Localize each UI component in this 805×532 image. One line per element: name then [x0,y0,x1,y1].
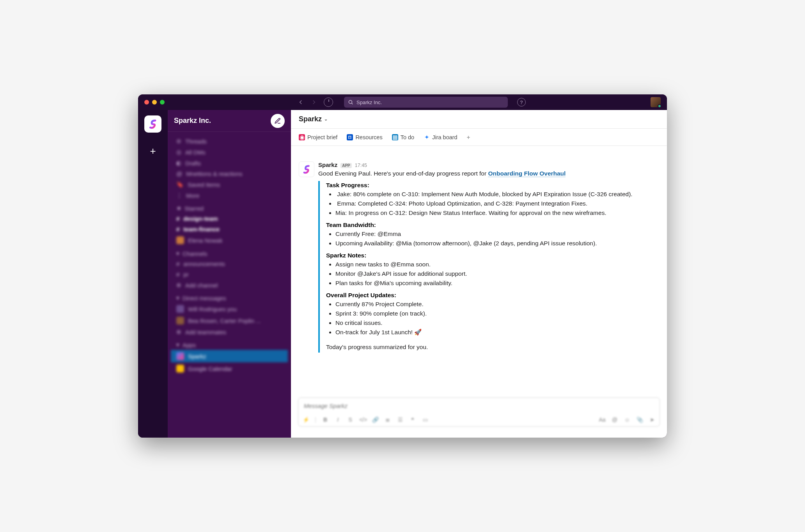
ul-button[interactable]: ☰ [397,417,404,423]
bold-button[interactable]: B [322,417,329,423]
channel-header: Sparkz ⌄ [291,110,667,129]
search-value: Sparkz Inc. [356,99,382,105]
mention-emma[interactable]: @Emma [390,261,414,268]
forward-button[interactable] [310,99,317,106]
section-notes: Sparkz Notes: [326,252,659,259]
task-item: Jake: 80% complete on C-310: Implement N… [335,190,659,199]
add-workspace-button[interactable]: + [150,145,156,157]
sidebar-item[interactable]: # pr [171,269,288,280]
note-item: Plan tasks for @Mia's upcoming availabil… [335,278,659,288]
link-c312[interactable]: C-312: Design New Status Interface [387,209,486,216]
tab-project-brief[interactable]: ◉Project brief [299,134,337,140]
sidebar-item[interactable]: @ Mnettions & reactions [171,168,288,179]
sidebar-section-dms[interactable]: ▾ Direct messages [171,291,288,303]
mention-mia[interactable]: @Mia [396,240,412,246]
sidebar-item[interactable]: Will Rodrigues you [171,303,288,315]
strike-button[interactable]: S [347,417,354,423]
ol-button[interactable]: ≣ [384,417,391,423]
dropbox-icon: ⧈ [347,134,353,140]
channel-name-button[interactable]: Sparkz ⌄ [299,115,328,123]
sidebar-item[interactable]: Bea Rosen, Carter Poplin ... [171,315,288,326]
composer-toolbar: ⚡ | B I S </> 🔗 ≣ ☰ ❝ ▭ Aa [298,414,660,426]
update-item: On-track for July 1st Launch! 🚀 [335,328,659,337]
sidebar-item-sparkz[interactable]: Sparkz [171,350,288,362]
link-button[interactable]: 🔗 [372,417,379,423]
brief-icon: ◉ [299,134,305,140]
main-content: Sparkz ⌄ ◉Project brief ⧈Resources ▦To d… [291,110,667,438]
sidebar-item[interactable]: ⊜ Threads [171,136,288,147]
send-button[interactable]: ➤ [649,417,656,423]
link-c324[interactable]: C-324: Photo Upload Optimization [389,200,481,207]
tab-todo[interactable]: ▦To do [392,134,414,140]
jira-icon: ✦ [424,134,430,140]
message-timestamp: 17:45 [355,163,367,168]
channel-tabs: ◉Project brief ⧈Resources ▦To do ✦Jira b… [291,129,667,146]
workspace-logo[interactable] [144,115,161,133]
compose-button[interactable] [271,114,285,128]
code-button[interactable]: </> [359,417,366,423]
mention-jake[interactable]: @Jake [357,270,376,277]
link-c310[interactable]: C-310: Implement New Auth Module [402,191,499,197]
sidebar-item[interactable]: Elena Nowak [171,234,288,246]
sidebar-item[interactable]: ◐ Drafts [171,158,288,168]
sidebar-section-apps[interactable]: ▾ Apps [171,337,288,350]
maximize-window-icon[interactable] [160,100,165,105]
link-onboarding-flow[interactable]: Onboarding Flow Overhaul [488,170,566,177]
codeblock-button[interactable]: ▭ [422,417,429,423]
message-body: Sparkz APP 17:45 Good Evening Paul. Here… [318,161,659,353]
help-button[interactable]: ? [517,98,526,106]
note-item: Monitor @Jake's API issue for additional… [335,269,659,278]
message-composer[interactable]: ⚡ | B I S </> 🔗 ≣ ☰ ❝ ▭ Aa [298,397,660,427]
section-task-progress: Task Progress: [326,182,659,189]
link-c326[interactable]: C-326 [590,191,607,197]
add-tab-button[interactable]: + [467,134,470,140]
format-toggle-icon[interactable]: Aa [599,417,606,423]
sidebar-item[interactable]: # announcements [171,259,288,269]
quote-button[interactable]: ❝ [409,417,416,423]
app-window: Sparkz Inc. ? + Sparkz Inc. ⊜ Threads [138,94,667,438]
task-item: Emma: Completed C-324: Photo Upload Opti… [335,199,659,208]
svg-point-0 [349,100,352,103]
back-button[interactable] [297,99,304,106]
workspace-rail: + [138,110,168,438]
window-controls [144,100,165,105]
sidebar-item[interactable]: ◎ All DMs [171,147,288,158]
history-button[interactable] [324,98,333,107]
italic-button[interactable]: I [334,417,341,423]
message-sender[interactable]: Sparkz [318,161,337,168]
composer-input[interactable] [298,398,660,414]
message-text: Good Evening Paul. Here's your end-of-da… [318,169,659,178]
sidebar-item[interactable]: ⊕ Add channel [171,280,288,291]
app-badge: APP [340,163,352,168]
mention-mia[interactable]: @Mia [374,280,390,286]
close-window-icon[interactable] [144,100,149,105]
minimize-window-icon[interactable] [152,100,157,105]
history-nav [297,98,333,107]
search-input[interactable]: Sparkz Inc. [344,97,508,108]
link-c328[interactable]: C-328: Payment Integration Fixes. [496,200,587,207]
update-item: No critical issues. [335,318,659,328]
sidebar-item[interactable]: # team-finance [171,224,288,234]
sidebar-section-channels[interactable]: ▾ Channels [171,246,288,259]
sidebar-item[interactable]: 🔖 Saved Items [171,179,288,190]
sidebar-item-gcal[interactable]: Google Calendar [171,362,288,375]
sidebar-item[interactable]: ⋮ More [171,190,288,201]
task-item: Mia: In progress on C-312: Design New St… [335,208,659,218]
workspace-name[interactable]: Sparkz Inc. [174,117,211,125]
sidebar: Sparkz Inc. ⊜ Threads ◎ All DMs ◐ Drafts… [168,110,291,438]
body-area: + Sparkz Inc. ⊜ Threads ◎ All DMs ◐ Draf… [138,110,667,438]
lightning-icon[interactable]: ⚡ [302,417,309,423]
sidebar-section-starred[interactable]: ★ Starred [171,201,288,213]
bandwidth-item: Currently Free: @Emma [335,229,659,239]
emoji-icon[interactable]: ☺ [624,417,631,423]
mention-emma[interactable]: @Emma [378,231,401,237]
user-avatar[interactable] [651,97,661,107]
sidebar-item[interactable]: # design-team [171,213,288,224]
sidebar-item[interactable]: ⊕ Add teammates [171,326,288,337]
sparkz-app-avatar[interactable] [299,161,314,177]
tab-jira[interactable]: ✦Jira board [424,134,457,140]
mention-icon[interactable]: @ [611,417,618,423]
attach-icon[interactable]: 📎 [636,417,643,423]
note-item: Assign new tasks to @Emma soon. [335,260,659,269]
tab-resources[interactable]: ⧈Resources [347,134,382,140]
